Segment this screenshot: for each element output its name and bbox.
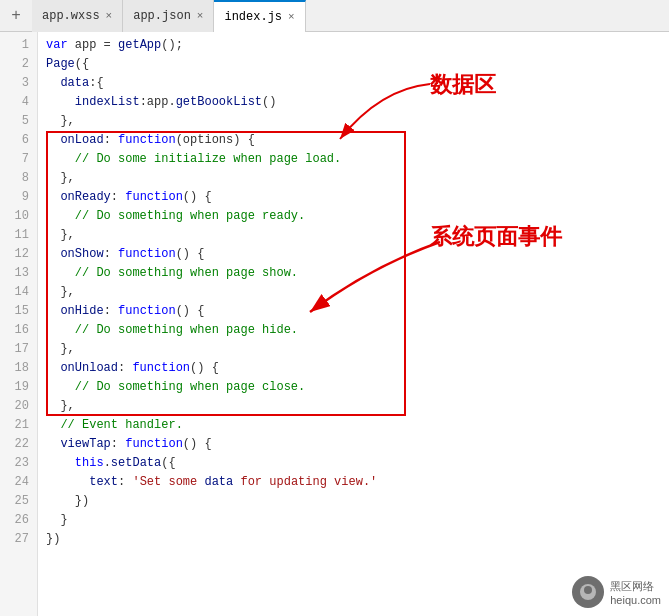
- watermark-icon: [572, 576, 604, 608]
- line-number-23: 23: [0, 454, 29, 473]
- line-number-15: 15: [0, 302, 29, 321]
- line-number-7: 7: [0, 150, 29, 169]
- tab-app-json[interactable]: app.json ×: [123, 0, 214, 32]
- tab-index-js[interactable]: index.js ×: [214, 0, 305, 32]
- code-line-7: // Do some initialize when page load.: [46, 150, 669, 169]
- line-number-2: 2: [0, 55, 29, 74]
- code-line-25: }): [46, 492, 669, 511]
- code-line-14: },: [46, 283, 669, 302]
- line-number-17: 17: [0, 340, 29, 359]
- line-number-14: 14: [0, 283, 29, 302]
- code-line-18: onUnload: function() {: [46, 359, 669, 378]
- code-line-4: indexList:app.getBoookList(): [46, 93, 669, 112]
- line-number-16: 16: [0, 321, 29, 340]
- code-line-11: },: [46, 226, 669, 245]
- code-line-3: data:{: [46, 74, 669, 93]
- code-line-24: text: 'Set some data for updating view.': [46, 473, 669, 492]
- line-number-25: 25: [0, 492, 29, 511]
- code-line-2: Page({: [46, 55, 669, 74]
- code-line-22: viewTap: function() {: [46, 435, 669, 454]
- line-number-12: 12: [0, 245, 29, 264]
- tab-label-app-json: app.json: [133, 9, 191, 23]
- line-number-19: 19: [0, 378, 29, 397]
- tab-label-index-js: index.js: [224, 10, 282, 24]
- watermark: 黑区网络 heiqu.com: [572, 576, 661, 608]
- add-tab-button[interactable]: +: [4, 4, 28, 28]
- line-number-21: 21: [0, 416, 29, 435]
- code-line-13: // Do something when page show.: [46, 264, 669, 283]
- tab-close-app-json[interactable]: ×: [197, 10, 204, 22]
- code-line-10: // Do something when page ready.: [46, 207, 669, 226]
- line-number-22: 22: [0, 435, 29, 454]
- code-line-5: },: [46, 112, 669, 131]
- line-number-18: 18: [0, 359, 29, 378]
- tab-label-app-wxss: app.wxss: [42, 9, 100, 23]
- code-line-27: }): [46, 530, 669, 549]
- tab-app-wxss[interactable]: app.wxss ×: [32, 0, 123, 32]
- code-container: 1234567891011121314151617181920212223242…: [0, 32, 669, 616]
- add-tab-icon: +: [11, 7, 21, 25]
- line-number-11: 11: [0, 226, 29, 245]
- tab-bar: + app.wxss × app.json × index.js ×: [0, 0, 669, 32]
- code-content[interactable]: var app = getApp();Page({ data:{ indexLi…: [38, 32, 669, 616]
- line-number-1: 1: [0, 36, 29, 55]
- line-number-9: 9: [0, 188, 29, 207]
- line-number-13: 13: [0, 264, 29, 283]
- watermark-logo-icon: [578, 582, 598, 602]
- code-line-21: // Event handler.: [46, 416, 669, 435]
- code-line-26: }: [46, 511, 669, 530]
- line-number-8: 8: [0, 169, 29, 188]
- svg-point-3: [584, 586, 592, 594]
- code-line-15: onHide: function() {: [46, 302, 669, 321]
- line-number-20: 20: [0, 397, 29, 416]
- line-number-10: 10: [0, 207, 29, 226]
- watermark-label: 黑区网络: [610, 579, 661, 594]
- tab-close-index-js[interactable]: ×: [288, 11, 295, 23]
- code-line-8: },: [46, 169, 669, 188]
- line-number-27: 27: [0, 530, 29, 549]
- line-number-26: 26: [0, 511, 29, 530]
- code-line-16: // Do something when page hide.: [46, 321, 669, 340]
- line-number-3: 3: [0, 74, 29, 93]
- line-number-5: 5: [0, 112, 29, 131]
- line-number-4: 4: [0, 93, 29, 112]
- tab-close-app-wxss[interactable]: ×: [106, 10, 113, 22]
- code-line-23: this.setData({: [46, 454, 669, 473]
- code-line-12: onShow: function() {: [46, 245, 669, 264]
- watermark-url: heiqu.com: [610, 594, 661, 606]
- watermark-site: 黑区网络 heiqu.com: [610, 579, 661, 606]
- line-numbers: 1234567891011121314151617181920212223242…: [0, 32, 38, 616]
- code-line-6: onLoad: function(options) {: [46, 131, 669, 150]
- line-number-6: 6: [0, 131, 29, 150]
- code-line-9: onReady: function() {: [46, 188, 669, 207]
- line-number-24: 24: [0, 473, 29, 492]
- code-line-1: var app = getApp();: [46, 36, 669, 55]
- code-line-17: },: [46, 340, 669, 359]
- code-line-19: // Do something when page close.: [46, 378, 669, 397]
- code-line-20: },: [46, 397, 669, 416]
